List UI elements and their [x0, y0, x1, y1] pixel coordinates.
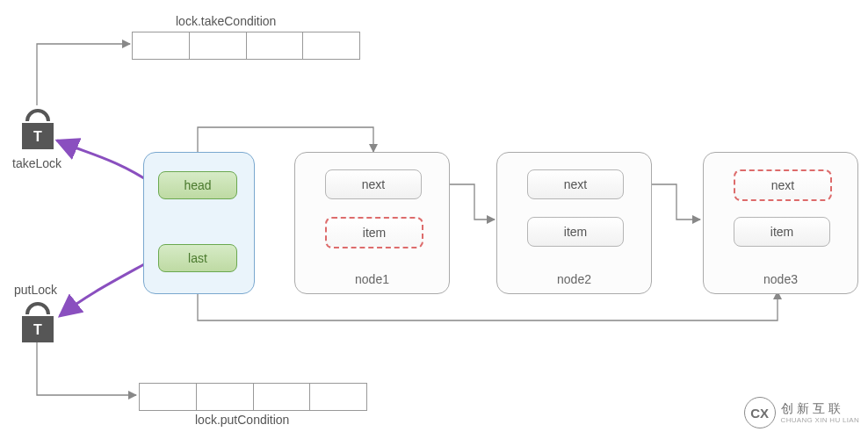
node-1-item: item	[325, 217, 423, 248]
node-2-title: node2	[497, 272, 651, 286]
node-2-item: item	[527, 217, 624, 247]
watermark-py: CHUANG XIN HU LIAN	[781, 416, 859, 425]
bottom-queue-label: lock.putCondition	[195, 413, 289, 427]
svg-text:T: T	[33, 322, 42, 337]
node-3-next: next	[734, 169, 832, 201]
put-lock-icon: T	[22, 304, 54, 342]
top-queue-label: lock.takeCondition	[176, 14, 276, 28]
node-1-next: next	[325, 169, 422, 199]
node-1-title: node1	[295, 272, 449, 286]
put-lock-label: putLock	[14, 283, 57, 297]
last-field: last	[158, 244, 237, 272]
head-field: head	[158, 171, 237, 199]
node-2-next: next	[527, 169, 624, 199]
top-queue	[132, 32, 360, 60]
bottom-queue	[139, 383, 367, 411]
watermark-cn: 创新互联	[781, 401, 859, 416]
watermark: CX 创新互联 CHUANG XIN HU LIAN	[744, 397, 859, 428]
node-3-title: node3	[704, 272, 857, 286]
node-3-item: item	[734, 217, 830, 247]
take-lock-icon: T	[22, 111, 54, 149]
svg-text:T: T	[33, 129, 42, 144]
take-lock-label: takeLock	[12, 156, 61, 170]
watermark-logo: CX	[744, 397, 776, 428]
